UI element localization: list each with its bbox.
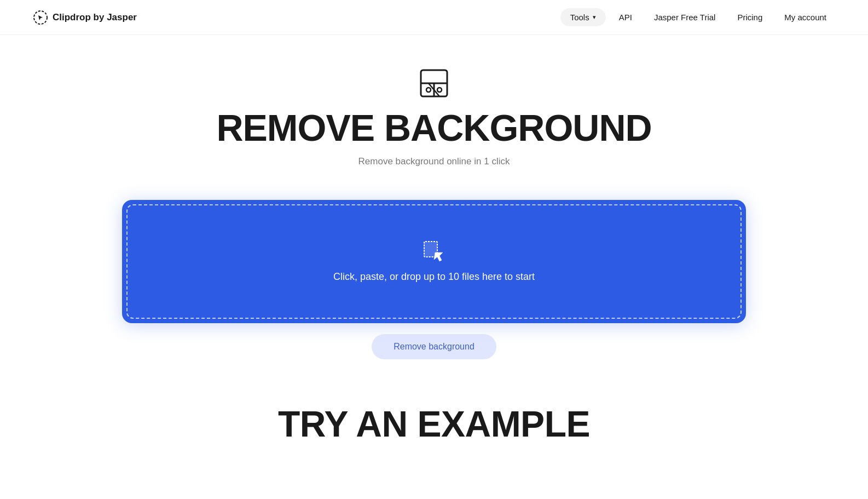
pricing-link[interactable]: Pricing [728, 8, 771, 26]
logo-icon [33, 10, 48, 25]
svg-point-5 [426, 88, 431, 92]
dropzone-wrapper: Click, paste, or drop up to 10 files her… [122, 200, 746, 323]
dropzone-label: Click, paste, or drop up to 10 files her… [333, 271, 535, 283]
dropzone[interactable]: Click, paste, or drop up to 10 files her… [126, 204, 742, 319]
page-title: REMOVE BACKGROUND [216, 107, 651, 148]
dropzone-outer: Click, paste, or drop up to 10 files her… [122, 200, 746, 323]
hero-subtitle: Remove background online in 1 click [358, 156, 510, 167]
nav-links: Tools ▾ API Jasper Free Trial Pricing My… [560, 8, 835, 26]
logo[interactable]: Clipdrop by Jasper [33, 10, 137, 25]
logo-text: Clipdrop by Jasper [53, 12, 137, 23]
try-example-section: TRY AN EXAMPLE [0, 403, 868, 445]
api-link[interactable]: API [610, 8, 641, 26]
my-account-link[interactable]: My account [776, 8, 835, 26]
drag-files-icon [423, 240, 445, 262]
try-example-title: TRY AN EXAMPLE [0, 403, 868, 445]
chevron-down-icon: ▾ [593, 14, 596, 21]
tools-dropdown-button[interactable]: Tools ▾ [560, 8, 606, 26]
free-trial-link[interactable]: Jasper Free Trial [645, 8, 725, 26]
hero-section: REMOVE BACKGROUND Remove background onli… [0, 35, 868, 183]
remove-bg-icon [419, 68, 449, 99]
remove-button-wrapper: Remove background [0, 334, 868, 359]
remove-background-button[interactable]: Remove background [372, 334, 496, 359]
navbar: Clipdrop by Jasper Tools ▾ API Jasper Fr… [0, 0, 868, 35]
svg-point-4 [437, 88, 442, 92]
tools-label: Tools [570, 13, 589, 22]
